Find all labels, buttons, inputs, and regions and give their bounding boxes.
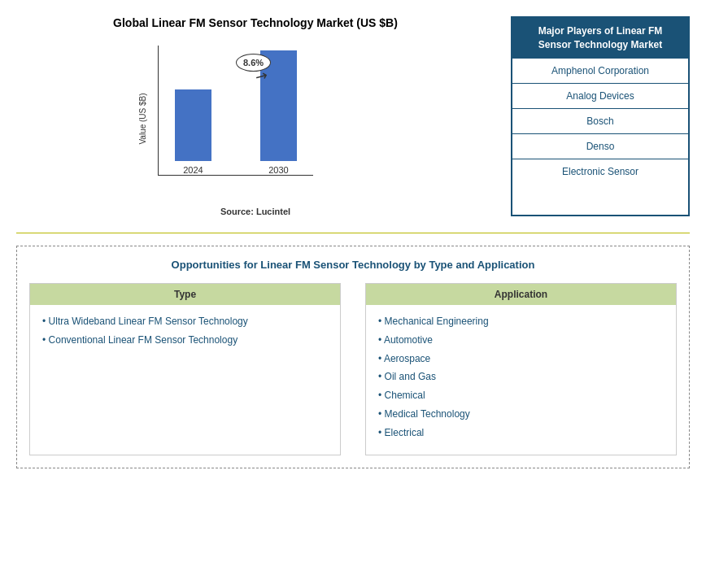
type-body: Ultra Wideband Linear FM Sensor Technolo… (30, 305, 340, 451)
player-item-analog: Analog Devices (512, 84, 688, 109)
app-item-5: Medical Technology (378, 407, 664, 421)
player-item-electronic: Electronic Sensor (512, 159, 688, 184)
app-item-4: Chemical (378, 389, 664, 403)
app-item-6: Electrical (378, 426, 664, 440)
bottom-title: Opportunities for Linear FM Sensor Techn… (29, 259, 677, 271)
chart-container: Value (US $B) 8.6% ↗ 2024 2030 (125, 37, 386, 200)
players-header: Major Players of Linear FM Sensor Techno… (512, 18, 688, 59)
application-header: Application (366, 284, 676, 305)
top-section: Global Linear FM Sensor Technology Marke… (16, 16, 690, 216)
opportunities-grid: Type Ultra Wideband Linear FM Sensor Tec… (29, 283, 677, 455)
app-item-2: Aerospace (378, 352, 664, 366)
divider-line (16, 233, 690, 233)
application-body: Mechanical Engineering Automotive Aerosp… (366, 305, 676, 455)
bars-wrapper: 8.6% ↗ 2024 2030 (158, 46, 313, 176)
bottom-section: Opportunities for Linear FM Sensor Techn… (16, 246, 690, 468)
bar-group-2024: 2024 (175, 89, 211, 175)
player-item-bosch: Bosch (512, 109, 688, 134)
application-column: Application Mechanical Engineering Autom… (365, 283, 677, 455)
callout: 8.6% ↗ (236, 54, 271, 85)
source-text: Source: Lucintel (220, 207, 290, 216)
bar-label-2024: 2024 (183, 165, 203, 175)
player-item-amphenol: Amphenol Corporation (512, 59, 688, 84)
app-item-0: Mechanical Engineering (378, 315, 664, 329)
bar-2024 (175, 89, 211, 161)
players-panel: Major Players of Linear FM Sensor Techno… (511, 16, 690, 216)
player-item-denso: Denso (512, 134, 688, 159)
type-column: Type Ultra Wideband Linear FM Sensor Tec… (29, 283, 341, 455)
chart-area: Global Linear FM Sensor Technology Marke… (16, 16, 495, 216)
type-item-0: Ultra Wideband Linear FM Sensor Technolo… (42, 315, 328, 329)
app-item-1: Automotive (378, 333, 664, 347)
y-axis-label: Value (US $B) (138, 93, 147, 144)
app-item-3: Oil and Gas (378, 370, 664, 384)
bar-label-2030: 2030 (268, 165, 288, 175)
type-item-1: Conventional Linear FM Sensor Technology (42, 333, 328, 347)
type-header: Type (30, 284, 340, 305)
chart-title: Global Linear FM Sensor Technology Marke… (113, 16, 398, 29)
